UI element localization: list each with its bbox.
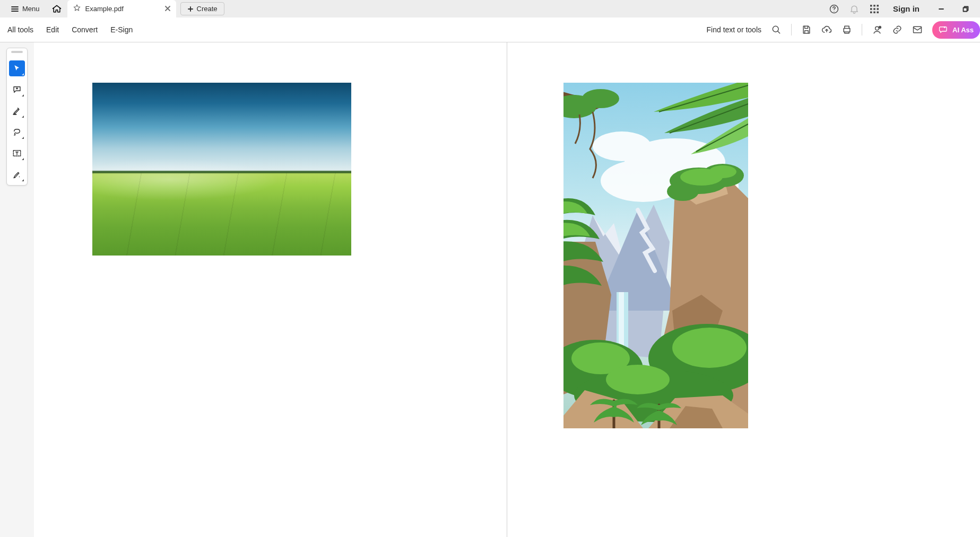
highlight-tool-button[interactable] bbox=[9, 103, 25, 119]
document-view bbox=[0, 42, 980, 537]
help-button[interactable] bbox=[825, 0, 843, 17]
home-icon bbox=[51, 4, 62, 14]
toolbar-right: Find text or tools AI Ass bbox=[707, 21, 973, 39]
edit-link[interactable]: Edit bbox=[46, 25, 59, 34]
print-icon bbox=[842, 24, 852, 35]
svg-rect-3 bbox=[873, 5, 875, 7]
fill-sign-tool-button[interactable] bbox=[9, 166, 25, 182]
print-button[interactable] bbox=[842, 24, 852, 35]
chat-ai-icon bbox=[939, 25, 948, 34]
draw-tool-button[interactable] bbox=[9, 124, 25, 140]
svg-rect-4 bbox=[877, 5, 879, 7]
comment-tool-button[interactable] bbox=[9, 82, 25, 98]
separator bbox=[791, 24, 792, 36]
upload-button[interactable] bbox=[821, 24, 832, 35]
minimize-icon bbox=[938, 6, 944, 12]
title-bar: Menu Example.pdf Create Sign in bbox=[0, 0, 980, 17]
star-icon[interactable] bbox=[73, 4, 81, 14]
page-2[interactable] bbox=[507, 42, 980, 537]
select-tool-button[interactable] bbox=[9, 60, 25, 76]
home-button[interactable] bbox=[49, 2, 64, 16]
svg-point-19 bbox=[19, 177, 20, 178]
pages-container bbox=[34, 42, 980, 537]
svg-point-15 bbox=[875, 27, 879, 30]
apps-grid-icon bbox=[870, 4, 879, 14]
ai-assistant-button[interactable]: AI Ass bbox=[932, 21, 980, 39]
window-controls bbox=[929, 0, 978, 17]
textbox-tool-button[interactable] bbox=[9, 145, 25, 161]
cloud-upload-icon bbox=[821, 24, 832, 35]
bell-icon bbox=[849, 4, 860, 14]
comment-icon bbox=[12, 85, 22, 94]
all-tools-link[interactable]: All tools bbox=[7, 25, 33, 34]
email-button[interactable] bbox=[912, 24, 923, 35]
mail-icon bbox=[912, 24, 923, 35]
menu-button[interactable]: Menu bbox=[5, 2, 45, 16]
share-people-icon bbox=[872, 24, 882, 35]
svg-point-30 bbox=[709, 165, 736, 178]
share-button[interactable] bbox=[872, 24, 882, 35]
apps-button[interactable] bbox=[865, 0, 883, 17]
svg-rect-8 bbox=[870, 11, 872, 13]
maximize-icon bbox=[962, 6, 969, 12]
save-icon bbox=[801, 24, 812, 35]
hamburger-icon bbox=[11, 5, 19, 13]
svg-rect-5 bbox=[870, 8, 872, 10]
svg-rect-7 bbox=[877, 8, 879, 10]
page-1[interactable] bbox=[34, 42, 507, 537]
search-button[interactable] bbox=[771, 24, 782, 35]
link-icon bbox=[892, 24, 903, 35]
minimize-button[interactable] bbox=[929, 0, 953, 17]
svg-point-35 bbox=[672, 328, 747, 368]
separator bbox=[862, 24, 862, 36]
close-icon bbox=[164, 5, 171, 12]
svg-rect-2 bbox=[870, 5, 872, 7]
esign-link[interactable]: E-Sign bbox=[110, 25, 133, 34]
menu-label: Menu bbox=[22, 5, 40, 13]
svg-point-36 bbox=[606, 365, 670, 394]
close-tab-button[interactable] bbox=[164, 5, 171, 13]
page1-image-field bbox=[92, 83, 351, 256]
svg-point-38 bbox=[582, 89, 619, 108]
create-label: Create bbox=[197, 5, 218, 13]
pen-sign-icon bbox=[12, 170, 22, 179]
create-button[interactable]: Create bbox=[180, 2, 224, 15]
title-bar-right: Sign in bbox=[825, 0, 980, 17]
main-toolbar: All tools Edit Convert E-Sign Find text … bbox=[0, 17, 980, 42]
svg-rect-10 bbox=[877, 11, 879, 13]
sign-in-button[interactable]: Sign in bbox=[886, 4, 927, 13]
link-button[interactable] bbox=[892, 24, 903, 35]
ai-label: AI Ass bbox=[952, 26, 974, 34]
svg-point-1 bbox=[834, 11, 834, 11]
maximize-button[interactable] bbox=[953, 0, 978, 17]
tool-palette[interactable] bbox=[6, 48, 28, 186]
svg-rect-9 bbox=[873, 11, 875, 13]
help-icon bbox=[829, 4, 839, 14]
find-label: Find text or tools bbox=[707, 25, 762, 34]
svg-point-23 bbox=[593, 131, 651, 161]
save-button[interactable] bbox=[801, 24, 812, 35]
plus-icon bbox=[187, 6, 194, 12]
convert-link[interactable]: Convert bbox=[72, 25, 98, 34]
document-tab[interactable]: Example.pdf bbox=[67, 0, 176, 17]
lasso-draw-icon bbox=[12, 127, 22, 137]
svg-rect-12 bbox=[964, 7, 967, 11]
cursor-icon bbox=[13, 64, 21, 73]
svg-rect-14 bbox=[844, 29, 850, 32]
page2-image-jungle bbox=[563, 83, 748, 428]
textbox-icon bbox=[12, 148, 22, 158]
svg-rect-6 bbox=[873, 8, 875, 10]
highlighter-icon bbox=[12, 106, 22, 116]
search-icon bbox=[771, 24, 782, 35]
tab-filename: Example.pdf bbox=[85, 5, 124, 13]
notifications-button[interactable] bbox=[845, 0, 863, 17]
palette-grip[interactable] bbox=[11, 51, 23, 53]
